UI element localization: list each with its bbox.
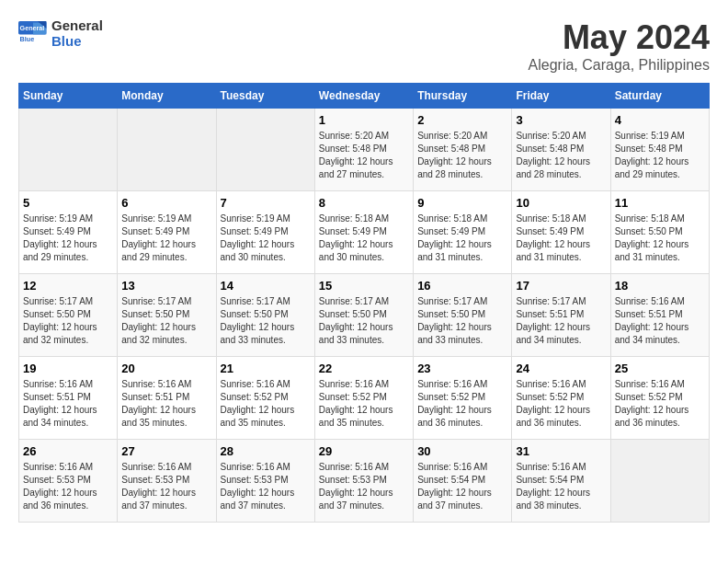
day-info: Sunrise: 5:16 AM Sunset: 5:52 PM Dayligh… bbox=[516, 378, 606, 430]
calendar-cell: 14Sunrise: 5:17 AM Sunset: 5:50 PM Dayli… bbox=[216, 274, 314, 357]
day-number: 31 bbox=[516, 444, 606, 458]
day-number: 21 bbox=[221, 362, 311, 375]
day-number: 11 bbox=[615, 196, 705, 210]
calendar-cell: 30Sunrise: 5:16 AM Sunset: 5:54 PM Dayli… bbox=[414, 440, 512, 523]
day-number: 29 bbox=[319, 444, 409, 458]
calendar-cell: 3Sunrise: 5:20 AM Sunset: 5:48 PM Daylig… bbox=[512, 109, 610, 191]
calendar-cell: 13Sunrise: 5:17 AM Sunset: 5:50 PM Dayli… bbox=[118, 274, 216, 357]
day-number: 18 bbox=[615, 279, 705, 293]
calendar-cell: 19Sunrise: 5:16 AM Sunset: 5:51 PM Dayli… bbox=[19, 357, 118, 440]
logo-text-general: General bbox=[51, 18, 103, 34]
day-info: Sunrise: 5:17 AM Sunset: 5:50 PM Dayligh… bbox=[319, 295, 409, 347]
svg-text:General: General bbox=[20, 24, 45, 32]
day-number: 16 bbox=[417, 279, 507, 293]
calendar-cell: 27Sunrise: 5:16 AM Sunset: 5:53 PM Dayli… bbox=[118, 440, 216, 523]
day-number: 20 bbox=[121, 362, 211, 375]
calendar-cell: 1Sunrise: 5:20 AM Sunset: 5:48 PM Daylig… bbox=[314, 109, 413, 191]
calendar-cell: 23Sunrise: 5:16 AM Sunset: 5:52 PM Dayli… bbox=[414, 357, 512, 440]
day-number: 17 bbox=[516, 279, 606, 293]
page-header: General Blue General Blue May 2024 Alegr… bbox=[18, 18, 710, 74]
day-header-tuesday: Tuesday bbox=[216, 84, 314, 109]
day-info: Sunrise: 5:16 AM Sunset: 5:53 PM Dayligh… bbox=[221, 461, 311, 512]
calendar-cell: 8Sunrise: 5:18 AM Sunset: 5:49 PM Daylig… bbox=[314, 191, 413, 274]
day-header-wednesday: Wednesday bbox=[314, 84, 413, 109]
day-number: 24 bbox=[516, 362, 606, 375]
day-info: Sunrise: 5:16 AM Sunset: 5:52 PM Dayligh… bbox=[319, 378, 409, 430]
calendar-cell bbox=[610, 440, 709, 523]
day-info: Sunrise: 5:16 AM Sunset: 5:51 PM Dayligh… bbox=[121, 378, 211, 430]
day-number: 4 bbox=[615, 113, 705, 127]
day-info: Sunrise: 5:20 AM Sunset: 5:48 PM Dayligh… bbox=[319, 130, 409, 181]
calendar-cell bbox=[118, 109, 216, 191]
day-header-friday: Friday bbox=[512, 84, 610, 109]
day-number: 5 bbox=[23, 196, 113, 210]
calendar-cell: 29Sunrise: 5:16 AM Sunset: 5:53 PM Dayli… bbox=[314, 440, 413, 523]
day-info: Sunrise: 5:16 AM Sunset: 5:54 PM Dayligh… bbox=[516, 461, 606, 512]
calendar-cell: 2Sunrise: 5:20 AM Sunset: 5:48 PM Daylig… bbox=[414, 109, 512, 191]
day-number: 10 bbox=[516, 196, 606, 210]
title-area: May 2024 Alegria, Caraga, Philippines bbox=[529, 18, 710, 74]
calendar-cell bbox=[19, 109, 118, 191]
week-row-2: 5Sunrise: 5:19 AM Sunset: 5:49 PM Daylig… bbox=[19, 191, 710, 274]
calendar-cell: 5Sunrise: 5:19 AM Sunset: 5:49 PM Daylig… bbox=[19, 191, 118, 274]
day-number: 15 bbox=[319, 279, 409, 293]
day-info: Sunrise: 5:20 AM Sunset: 5:48 PM Dayligh… bbox=[417, 130, 507, 181]
svg-text:Blue: Blue bbox=[20, 35, 35, 43]
day-info: Sunrise: 5:17 AM Sunset: 5:50 PM Dayligh… bbox=[221, 295, 311, 347]
logo-icon: General Blue bbox=[18, 21, 48, 47]
day-number: 23 bbox=[417, 362, 507, 375]
day-number: 6 bbox=[121, 196, 211, 210]
day-info: Sunrise: 5:16 AM Sunset: 5:51 PM Dayligh… bbox=[23, 378, 113, 430]
calendar-cell: 20Sunrise: 5:16 AM Sunset: 5:51 PM Dayli… bbox=[118, 357, 216, 440]
day-header-sunday: Sunday bbox=[19, 84, 118, 109]
day-info: Sunrise: 5:17 AM Sunset: 5:51 PM Dayligh… bbox=[516, 295, 606, 347]
day-number: 14 bbox=[221, 279, 311, 293]
calendar-cell: 7Sunrise: 5:19 AM Sunset: 5:49 PM Daylig… bbox=[216, 191, 314, 274]
logo: General Blue General Blue bbox=[18, 18, 103, 49]
day-number: 3 bbox=[516, 113, 606, 127]
day-info: Sunrise: 5:16 AM Sunset: 5:53 PM Dayligh… bbox=[319, 461, 409, 512]
calendar-cell: 11Sunrise: 5:18 AM Sunset: 5:50 PM Dayli… bbox=[610, 191, 709, 274]
day-number: 9 bbox=[417, 196, 507, 210]
calendar-cell: 17Sunrise: 5:17 AM Sunset: 5:51 PM Dayli… bbox=[512, 274, 610, 357]
day-number: 2 bbox=[417, 113, 507, 127]
day-number: 27 bbox=[121, 444, 211, 458]
day-number: 25 bbox=[615, 362, 705, 375]
day-number: 26 bbox=[23, 444, 113, 458]
day-info: Sunrise: 5:17 AM Sunset: 5:50 PM Dayligh… bbox=[23, 295, 113, 347]
day-info: Sunrise: 5:16 AM Sunset: 5:54 PM Dayligh… bbox=[417, 461, 507, 512]
week-row-1: 1Sunrise: 5:20 AM Sunset: 5:48 PM Daylig… bbox=[19, 109, 710, 191]
day-info: Sunrise: 5:17 AM Sunset: 5:50 PM Dayligh… bbox=[417, 295, 507, 347]
day-info: Sunrise: 5:19 AM Sunset: 5:49 PM Dayligh… bbox=[23, 213, 113, 264]
calendar-cell: 16Sunrise: 5:17 AM Sunset: 5:50 PM Dayli… bbox=[414, 274, 512, 357]
day-header-monday: Monday bbox=[118, 84, 216, 109]
day-info: Sunrise: 5:19 AM Sunset: 5:49 PM Dayligh… bbox=[121, 213, 211, 264]
day-header-thursday: Thursday bbox=[414, 84, 512, 109]
calendar-cell: 26Sunrise: 5:16 AM Sunset: 5:53 PM Dayli… bbox=[19, 440, 118, 523]
day-info: Sunrise: 5:16 AM Sunset: 5:53 PM Dayligh… bbox=[121, 461, 211, 512]
calendar-cell: 21Sunrise: 5:16 AM Sunset: 5:52 PM Dayli… bbox=[216, 357, 314, 440]
day-info: Sunrise: 5:19 AM Sunset: 5:49 PM Dayligh… bbox=[221, 213, 311, 264]
day-info: Sunrise: 5:18 AM Sunset: 5:49 PM Dayligh… bbox=[516, 213, 606, 264]
day-number: 28 bbox=[221, 444, 311, 458]
calendar-cell: 24Sunrise: 5:16 AM Sunset: 5:52 PM Dayli… bbox=[512, 357, 610, 440]
calendar-cell: 9Sunrise: 5:18 AM Sunset: 5:49 PM Daylig… bbox=[414, 191, 512, 274]
day-info: Sunrise: 5:16 AM Sunset: 5:51 PM Dayligh… bbox=[615, 295, 705, 347]
day-number: 22 bbox=[319, 362, 409, 375]
calendar-cell: 28Sunrise: 5:16 AM Sunset: 5:53 PM Dayli… bbox=[216, 440, 314, 523]
day-info: Sunrise: 5:18 AM Sunset: 5:49 PM Dayligh… bbox=[319, 213, 409, 264]
logo-text-blue: Blue bbox=[51, 34, 103, 50]
day-number: 1 bbox=[319, 113, 409, 127]
day-number: 30 bbox=[417, 444, 507, 458]
day-info: Sunrise: 5:17 AM Sunset: 5:50 PM Dayligh… bbox=[121, 295, 211, 347]
day-info: Sunrise: 5:16 AM Sunset: 5:53 PM Dayligh… bbox=[23, 461, 113, 512]
calendar-cell bbox=[216, 109, 314, 191]
day-info: Sunrise: 5:16 AM Sunset: 5:52 PM Dayligh… bbox=[221, 378, 311, 430]
page-subtitle: Alegria, Caraga, Philippines bbox=[529, 57, 710, 74]
day-number: 12 bbox=[23, 279, 113, 293]
calendar-table: SundayMondayTuesdayWednesdayThursdayFrid… bbox=[18, 83, 710, 523]
calendar-cell: 18Sunrise: 5:16 AM Sunset: 5:51 PM Dayli… bbox=[610, 274, 709, 357]
week-row-5: 26Sunrise: 5:16 AM Sunset: 5:53 PM Dayli… bbox=[19, 440, 710, 523]
day-info: Sunrise: 5:19 AM Sunset: 5:48 PM Dayligh… bbox=[615, 130, 705, 181]
week-row-4: 19Sunrise: 5:16 AM Sunset: 5:51 PM Dayli… bbox=[19, 357, 710, 440]
